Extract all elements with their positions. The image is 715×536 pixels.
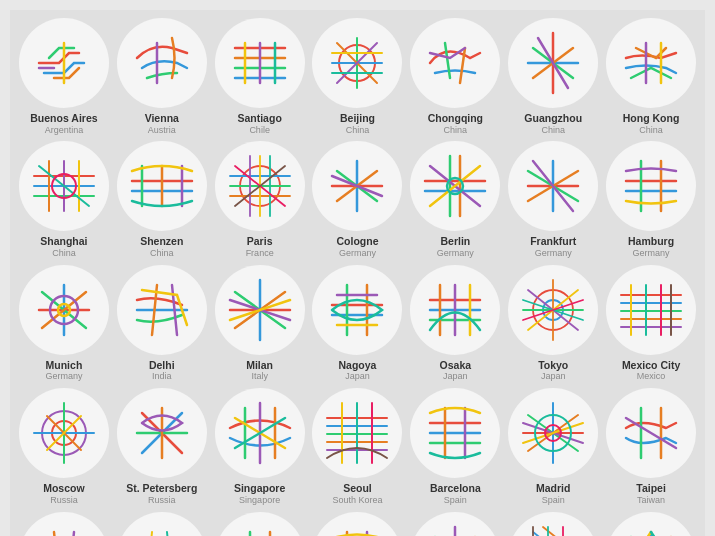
city-map-moscow (19, 388, 109, 478)
city-item-seoul: Seoul South Korea (312, 388, 404, 505)
city-item-st-petersberg: St. Petersberg Russia (116, 388, 208, 505)
city-name: Tokyo (538, 359, 568, 372)
city-map-washington (606, 512, 696, 536)
city-country: Germany (437, 248, 474, 259)
city-name: Buenos Aires (30, 112, 97, 125)
city-map-seoul (312, 388, 402, 478)
city-name: Nagoya (339, 359, 377, 372)
city-name: Guangzhou (524, 112, 582, 125)
city-country: Germany (633, 248, 670, 259)
city-country: Germany (45, 371, 82, 382)
city-item-barcelona: Barcelona Spain (409, 388, 501, 505)
city-country: Singapore (239, 495, 280, 506)
city-name: Madrid (536, 482, 570, 495)
city-name: Moscow (43, 482, 84, 495)
city-map-milan (215, 265, 305, 355)
city-item-nagoya: Nagoya Japan (312, 265, 404, 382)
city-name: Berlin (440, 235, 470, 248)
city-country: Japan (541, 371, 566, 382)
city-country: South Korea (332, 495, 382, 506)
city-country: India (152, 371, 172, 382)
city-name: Taipei (636, 482, 666, 495)
city-name: St. Petersberg (126, 482, 197, 495)
city-map-chicago (312, 512, 402, 536)
city-map-cologne (312, 141, 402, 231)
city-map-taipei (606, 388, 696, 478)
city-name: Delhi (149, 359, 175, 372)
city-name: Munich (46, 359, 83, 372)
city-map-berlin (410, 141, 500, 231)
city-name: Shanghai (40, 235, 87, 248)
city-item-osaka: Osaka Japan (409, 265, 501, 382)
city-name: Osaka (440, 359, 472, 372)
city-item-vienna: Vienna Austria (116, 18, 208, 135)
city-map-beijing (312, 18, 402, 108)
city-map-madrid (508, 388, 598, 478)
city-name: Beijing (340, 112, 375, 125)
city-name: Paris (247, 235, 273, 248)
city-map-vienna (117, 18, 207, 108)
city-map-paris (215, 141, 305, 231)
city-map-hong-kong (606, 18, 696, 108)
city-name: Singapore (234, 482, 285, 495)
city-map-frankfurt (508, 141, 598, 231)
city-name: Milan (246, 359, 273, 372)
city-map-nagoya (312, 265, 402, 355)
city-item-santiago: Santiago Chile (214, 18, 306, 135)
city-item-mexico-city: Mexico City Mexico (605, 265, 697, 382)
city-country: China (346, 125, 370, 136)
city-item-buenos-aires: Buenos Aires Argentina (18, 18, 110, 135)
city-item-tokyo: Tokyo Japan (507, 265, 599, 382)
city-map-new-york (508, 512, 598, 536)
city-country: Japan (443, 371, 468, 382)
city-name: Chongqing (428, 112, 483, 125)
city-item-london: London United Kingdom (116, 512, 208, 536)
city-map-hamburg (606, 141, 696, 231)
city-name: Vienna (145, 112, 179, 125)
city-map-shenzen (117, 141, 207, 231)
city-country: Spain (444, 495, 467, 506)
city-country: Russia (50, 495, 78, 506)
city-map-shanghai (19, 141, 109, 231)
city-item-los-angeles: Los Angeles United States (409, 512, 501, 536)
city-item-new-york: New York United States (507, 512, 599, 536)
city-item-hamburg: Hamburg Germany (605, 141, 697, 258)
city-country: Japan (345, 371, 370, 382)
city-map-guangzhou (508, 18, 598, 108)
city-country: Spain (542, 495, 565, 506)
city-item-frankfurt: Frankfurt Germany (507, 141, 599, 258)
city-country: Mexico (637, 371, 666, 382)
city-item-munich: Munich Germany (18, 265, 110, 382)
city-map-osaka (410, 265, 500, 355)
city-item-berlin: Berlin Germany (409, 141, 501, 258)
city-item-cologne: Cologne Germany (312, 141, 404, 258)
city-map-tokyo (508, 265, 598, 355)
city-name: Barcelona (430, 482, 481, 495)
city-item-delhi: Delhi India (116, 265, 208, 382)
city-country: Germany (535, 248, 572, 259)
city-country: China (639, 125, 663, 136)
city-country: Argentina (45, 125, 84, 136)
city-item-beijing: Beijing China (312, 18, 404, 135)
city-map-santiago (215, 18, 305, 108)
city-item-guangzhou: Guangzhou China (507, 18, 599, 135)
city-country: Italy (251, 371, 268, 382)
city-item-washington: Washington United States (605, 512, 697, 536)
city-item-shanghai: Shanghai China (18, 141, 110, 258)
city-map-boston (215, 512, 305, 536)
city-map-istanbul (19, 512, 109, 536)
city-map-chongqing (410, 18, 500, 108)
city-item-madrid: Madrid Spain (507, 388, 599, 505)
city-item-moscow: Moscow Russia (18, 388, 110, 505)
city-item-hong-kong: Hong Kong China (605, 18, 697, 135)
city-name: Seoul (343, 482, 372, 495)
city-country: Taiwan (637, 495, 665, 506)
city-country: Germany (339, 248, 376, 259)
city-name: Cologne (336, 235, 378, 248)
city-item-chicago: Chicago United States (312, 512, 404, 536)
city-map-barcelona (410, 388, 500, 478)
city-map-delhi (117, 265, 207, 355)
city-item-istanbul: Istanbul Turkey (18, 512, 110, 536)
city-name: Mexico City (622, 359, 680, 372)
city-country: Russia (148, 495, 176, 506)
